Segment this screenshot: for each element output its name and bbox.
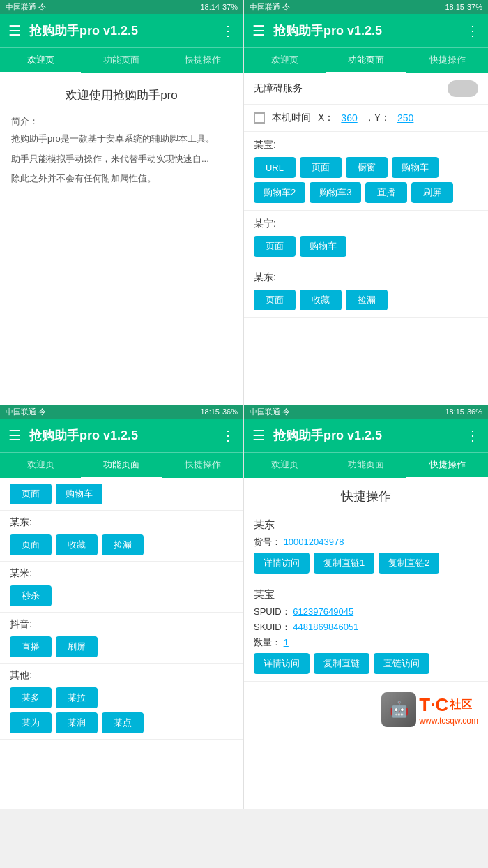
- carrier-right-2: 中国联通 令: [250, 407, 290, 417]
- quick-bao-spuid-val: 612397649045: [293, 606, 353, 617]
- btn-bao-detail[interactable]: 详情访问: [254, 653, 310, 674]
- btn-bao-copy[interactable]: 复制直链: [314, 653, 369, 674]
- panel3-ning-sub: 页面 购物车: [0, 478, 243, 511]
- panel3-other-title: 其他:: [10, 669, 234, 682]
- btn-cart3[interactable]: 购物车3: [310, 182, 361, 203]
- btn-dong-pickup[interactable]: 捡漏: [346, 290, 388, 310]
- btn-p3-ning-page[interactable]: 页面: [10, 484, 52, 504]
- welcome-title: 欢迎使用抢购助手pro: [0, 76, 243, 109]
- menu-icon-4[interactable]: ☰: [252, 427, 265, 444]
- btn-bao-visit[interactable]: 直链访问: [374, 653, 429, 674]
- btn-dong-copy2[interactable]: 复制直链2: [379, 553, 439, 574]
- battery-right-1: 37%: [467, 3, 482, 11]
- coord-checkbox[interactable]: [254, 112, 265, 124]
- btn-cart2[interactable]: 购物车2: [254, 182, 305, 203]
- quick-bao-btns: 详情访问 复制直链 直链访问: [254, 653, 478, 674]
- btn-p3-dong-fav[interactable]: 收藏: [56, 534, 98, 555]
- btn-p3-dian[interactable]: 某点: [102, 712, 144, 733]
- btn-p3-duo[interactable]: 某多: [10, 687, 52, 708]
- btn-scroll1[interactable]: 刷屏: [411, 182, 453, 203]
- panel3-other-section: 其他: 某多 某拉 某为 某润 某点: [0, 664, 243, 740]
- mouning-section: 某宁: 页面 购物车: [244, 211, 488, 264]
- btn-dong-page[interactable]: 页面: [254, 290, 296, 310]
- panel3-dong-title: 某东:: [10, 516, 234, 529]
- battery-left-1: 37%: [222, 3, 238, 11]
- quick-dong-title: 某东: [254, 518, 478, 532]
- logo-community: 社区: [450, 698, 472, 712]
- moudong-btns: 页面 收藏 捡漏: [254, 290, 478, 310]
- tab-function-3[interactable]: 功能页面: [81, 453, 162, 478]
- btn-dong-detail[interactable]: 详情访问: [254, 553, 310, 574]
- robot-icon: 🤖: [381, 692, 416, 727]
- tab-bar-1: 欢迎页 功能页面 快捷操作: [0, 47, 243, 73]
- btn-page1[interactable]: 页面: [300, 157, 342, 178]
- btn-p3-run[interactable]: 某润: [56, 712, 98, 733]
- tab-welcome-3[interactable]: 欢迎页: [0, 453, 81, 478]
- moubao-btns: URL 页面 橱窗 购物车 购物车2 购物车3 直播 刷屏: [254, 157, 478, 203]
- app-title-2: 抢购助手pro v1.2.5: [273, 22, 466, 39]
- btn-url[interactable]: URL: [254, 157, 296, 178]
- tab-function-1[interactable]: 功能页面: [81, 48, 162, 73]
- tab-quick-1[interactable]: 快捷操作: [162, 48, 243, 73]
- coord-row: 本机时间 X： 360 ，Y： 250: [244, 105, 488, 132]
- quick-dong-huohao-label: 货号：: [254, 537, 281, 547]
- moudong-section: 某东: 页面 收藏 捡漏: [244, 264, 488, 318]
- time-left-1: 18:14: [200, 3, 220, 11]
- btn-p3-dy-live[interactable]: 直播: [10, 636, 52, 657]
- btn-p3-dy-scroll[interactable]: 刷屏: [56, 636, 98, 657]
- tab-quick-4[interactable]: 快捷操作: [406, 453, 488, 478]
- logo-area: 🤖 T·C 社区 www.tcsqw.com: [244, 682, 488, 738]
- btn-p3-wei[interactable]: 某为: [10, 712, 52, 733]
- btn-p3-la[interactable]: 某拉: [56, 687, 98, 708]
- panel3-douyin-section: 抖音: 直播 刷屏: [0, 613, 243, 664]
- btn-cart1[interactable]: 购物车: [392, 157, 439, 178]
- carrier-left-2: 中国联通 令: [6, 407, 46, 417]
- btn-window[interactable]: 橱窗: [346, 157, 388, 178]
- quick-dong-btns: 详情访问 复制直链1 复制直链2: [254, 553, 478, 574]
- moudong-title: 某东:: [254, 271, 478, 284]
- quick-bao-section: 某宝 SPUID： 612397649045 SKUID： 4481869846…: [244, 581, 488, 682]
- service-toggle[interactable]: [448, 80, 478, 97]
- tab-welcome-2[interactable]: 欢迎页: [244, 48, 326, 73]
- more-icon-1[interactable]: ⋮: [221, 22, 235, 39]
- btn-ning-cart[interactable]: 购物车: [300, 236, 346, 257]
- quick-ops-title: 快捷操作: [244, 478, 488, 511]
- service-label: 无障碍服务: [254, 82, 303, 95]
- quick-bao-skuid-label: SKUID：: [254, 622, 291, 632]
- tab-bar-4: 欢迎页 功能页面 快捷操作: [244, 452, 488, 478]
- panel3-mi-title: 某米:: [10, 567, 234, 580]
- tab-function-4[interactable]: 功能页面: [326, 453, 407, 478]
- quick-bao-spuid-label: SPUID：: [254, 606, 291, 617]
- menu-icon-2[interactable]: ☰: [252, 22, 265, 39]
- quick-bao-num-label: 数量：: [254, 637, 281, 648]
- btn-live1[interactable]: 直播: [365, 182, 407, 203]
- coord-x-label: X：: [318, 112, 334, 124]
- btn-ning-page[interactable]: 页面: [254, 236, 296, 257]
- tab-quick-2[interactable]: 快捷操作: [406, 48, 488, 73]
- moubao-title: 某宝:: [254, 139, 478, 151]
- btn-p3-ning-cart[interactable]: 购物车: [56, 484, 102, 504]
- menu-icon-1[interactable]: ☰: [8, 22, 21, 39]
- btn-p3-dong-page[interactable]: 页面: [10, 534, 52, 555]
- quick-bao-skuid-row: SKUID： 4481869846051: [254, 621, 478, 634]
- menu-icon-3[interactable]: ☰: [8, 427, 21, 444]
- time-right-1: 18:15: [445, 3, 464, 11]
- more-icon-3[interactable]: ⋮: [221, 427, 235, 444]
- more-icon-2[interactable]: ⋮: [466, 22, 480, 39]
- tab-quick-3[interactable]: 快捷操作: [162, 453, 243, 478]
- more-icon-4[interactable]: ⋮: [466, 427, 480, 444]
- btn-dong-copy1[interactable]: 复制直链1: [314, 553, 374, 574]
- tab-bar-2: 欢迎页 功能页面 快捷操作: [244, 47, 488, 73]
- tab-function-2[interactable]: 功能页面: [326, 48, 407, 73]
- intro-text3: 除此之外并不会有任何附加属性值。: [11, 172, 232, 186]
- tab-welcome-1[interactable]: 欢迎页: [0, 48, 81, 73]
- btn-p3-mi-flash[interactable]: 秒杀: [10, 585, 52, 606]
- btn-p3-dong-pickup[interactable]: 捡漏: [102, 534, 144, 555]
- mouning-btns: 页面 购物车: [254, 236, 478, 257]
- coord-x-val: 360: [341, 112, 357, 124]
- quick-bao-num-row: 数量： 1: [254, 636, 478, 649]
- quick-bao-num-val: 1: [284, 637, 289, 648]
- app-title-3: 抢购助手pro v1.2.5: [29, 427, 221, 444]
- tab-welcome-4[interactable]: 欢迎页: [244, 453, 326, 478]
- btn-dong-fav[interactable]: 收藏: [300, 290, 342, 310]
